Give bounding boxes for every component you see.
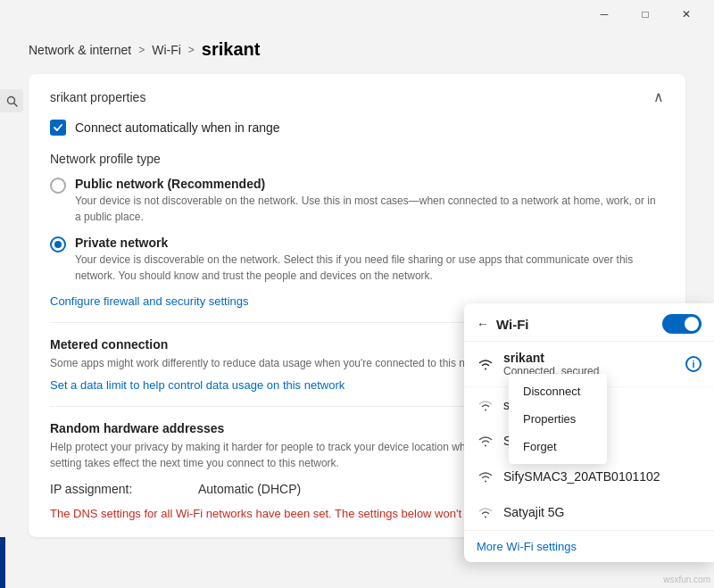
network-satyajit5g[interactable]: Satyajit 5G (464, 494, 714, 530)
private-network-option[interactable]: Private network Your device is discovera… (50, 236, 664, 284)
search-icon[interactable] (0, 89, 23, 112)
svg-line-1 (13, 103, 17, 106)
forget-menu-item[interactable]: Forget (509, 433, 607, 460)
wifi-flyout: ← Wi-Fi srikant Connected, secured i Dis… (464, 303, 714, 562)
sri-wifi-icon (477, 396, 494, 414)
wifi-flyout-title-row: ← Wi-Fi (477, 317, 529, 332)
wifi-flyout-header: ← Wi-Fi (464, 303, 714, 342)
breadcrumb-sep2: > (188, 44, 195, 56)
connected-network-item[interactable]: srikant Connected, secured i Disconnect … (464, 342, 714, 387)
connect-auto-row[interactable]: Connect automatically when in range (50, 120, 664, 136)
sifysmac-wifi-icon (477, 468, 494, 485)
satyajit5g-network-name: Satyajit 5G (503, 505, 564, 519)
connected-network-name: srikant (503, 351, 677, 365)
close-button[interactable]: ✕ (666, 0, 707, 29)
public-network-option[interactable]: Public network (Recommended) Your device… (50, 177, 664, 225)
card-header: srikant properties ∧ (50, 88, 664, 105)
network-sifysmac[interactable]: SifySMAC3_20ATB0101102 (464, 459, 714, 494)
network-profile-label: Network profile type (50, 152, 664, 166)
ip-label: IP assignment: (50, 482, 184, 496)
wifi-toggle[interactable] (662, 314, 702, 334)
private-network-radio[interactable] (50, 236, 66, 253)
satyajit-wifi-icon (477, 432, 494, 450)
public-network-desc: Your device is not discoverable on the n… (75, 193, 664, 225)
collapse-button[interactable]: ∧ (653, 88, 664, 105)
private-network-desc: Your device is discoverable on the netwo… (75, 252, 664, 284)
properties-menu-item[interactable]: Properties (509, 405, 607, 433)
more-wifi-settings[interactable]: More Wi-Fi settings (464, 530, 714, 562)
minimize-button[interactable]: ─ (584, 0, 625, 29)
satyajit5g-wifi-icon (477, 503, 494, 521)
wifi-flyout-title: Wi-Fi (496, 317, 529, 332)
public-network-radio[interactable] (50, 178, 66, 194)
private-network-title: Private network (75, 236, 664, 250)
breadcrumb-network[interactable]: Network & internet (29, 43, 131, 57)
ip-value: Automatic (DHCP) (198, 482, 301, 496)
breadcrumb-current: srikant (202, 39, 261, 60)
context-menu: Disconnect Properties Forget (509, 374, 607, 464)
maximize-button[interactable]: □ (625, 0, 666, 29)
connect-auto-label: Connect automatically when in range (75, 120, 280, 135)
sifysmac-network-name: SifySMAC3_20ATB0101102 (503, 469, 660, 484)
disconnect-menu-item[interactable]: Disconnect (509, 377, 607, 405)
breadcrumb-wifi[interactable]: Wi-Fi (152, 43, 181, 57)
private-network-content: Private network Your device is discovera… (75, 236, 664, 284)
connect-auto-checkbox[interactable] (50, 120, 66, 136)
public-network-title: Public network (Recommended) (75, 177, 664, 191)
public-network-content: Public network (Recommended) Your device… (75, 177, 664, 225)
title-bar: ─ □ ✕ (0, 0, 714, 29)
wifi-back-button[interactable]: ← (477, 317, 489, 331)
breadcrumb-sep1: > (138, 44, 145, 56)
network-info-button[interactable]: i (685, 356, 702, 372)
window-controls: ─ □ ✕ (584, 0, 707, 29)
breadcrumb: Network & internet > Wi-Fi > srikant (29, 29, 685, 74)
connected-wifi-icon (477, 355, 494, 373)
card-title: srikant properties (50, 90, 145, 104)
watermark: wsxfun.com (663, 575, 710, 584)
